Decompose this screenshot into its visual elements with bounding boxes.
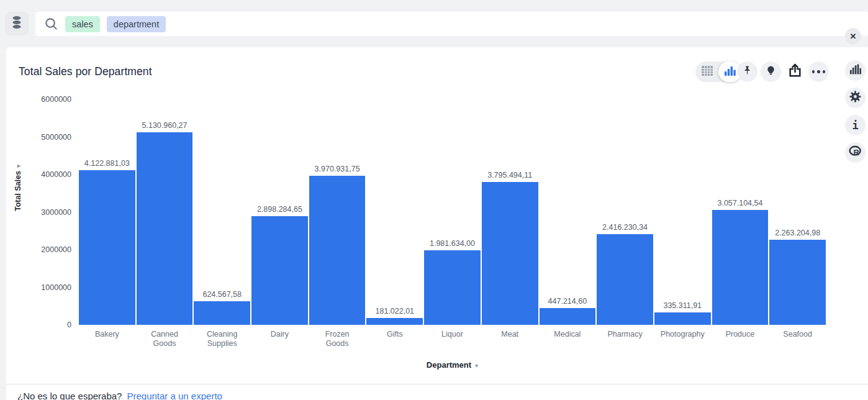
search-icon bbox=[44, 17, 58, 31]
search-bar[interactable]: sales department ✕ bbox=[35, 12, 868, 36]
bar-value-label: 2.416.230,34 bbox=[589, 223, 661, 232]
app-window: sales department ✕ Total Sales por Depar… bbox=[0, 0, 868, 400]
bar-value-label: 181.022,01 bbox=[358, 307, 431, 316]
bar-photography[interactable] bbox=[654, 312, 711, 325]
bar-medical[interactable] bbox=[540, 308, 596, 325]
x-axis-category-label: Frozen Goods bbox=[309, 330, 366, 348]
x-axis-category-label: Photography bbox=[654, 330, 712, 339]
bar-value-label: 5.130.960,27 bbox=[129, 121, 201, 130]
x-axis-dropdown-icon: ▾ bbox=[475, 362, 478, 369]
x-axis-category-label: Seafood bbox=[769, 330, 826, 339]
footer: ¿No es lo que esperaba?Preguntar a un ex… bbox=[17, 391, 222, 400]
footer-question: ¿No es lo que esperaba? bbox=[17, 391, 122, 400]
bar-value-label: 3.970.931,75 bbox=[301, 165, 374, 173]
bar-value-label: 335.311,91 bbox=[646, 301, 719, 310]
y-axis-tick-label: 3000000 bbox=[22, 207, 71, 217]
bar-cleaning-supplies[interactable] bbox=[194, 301, 250, 325]
y-axis-tick-label: 1000000 bbox=[22, 283, 71, 293]
bar-liquor[interactable] bbox=[424, 250, 481, 325]
y-axis-tick-label: 6000000 bbox=[22, 94, 71, 104]
table-view-button[interactable] bbox=[695, 61, 718, 82]
info-button[interactable]: i bbox=[845, 115, 866, 135]
svg-text:R: R bbox=[853, 148, 859, 157]
ask-expert-link[interactable]: Preguntar a un experto bbox=[127, 391, 222, 400]
footer-divider bbox=[6, 384, 868, 384]
bar-value-label: 1.981.634,00 bbox=[416, 239, 489, 248]
bar-bakery[interactable] bbox=[79, 170, 135, 325]
y-axis-tick-label: 5000000 bbox=[22, 132, 71, 142]
y-axis-tick-label: 0 bbox=[22, 320, 71, 330]
x-axis-category-label: Dairy bbox=[251, 330, 309, 339]
x-axis-category-label: Pharmacy bbox=[596, 330, 654, 339]
chart-title: Total Sales por Department bbox=[19, 65, 152, 78]
bar-pharmacy[interactable] bbox=[597, 234, 653, 325]
x-axis-category-label: Cleaning Supplies bbox=[193, 330, 251, 348]
bar-value-label: 4.122.881,03 bbox=[71, 159, 143, 168]
search-token-sales[interactable]: sales bbox=[65, 16, 100, 32]
search-token-department[interactable]: department bbox=[107, 16, 166, 32]
share-export-icon bbox=[787, 63, 803, 81]
insight-button[interactable] bbox=[761, 61, 781, 82]
bar-value-label: 447.214,60 bbox=[531, 297, 604, 306]
x-axis-category-label: Gifts bbox=[366, 330, 423, 339]
x-axis-title[interactable]: Department▾ bbox=[78, 360, 826, 370]
bar-gifts[interactable] bbox=[366, 318, 423, 325]
x-axis-category-label: Medical bbox=[539, 330, 597, 339]
y-axis-dropdown-icon: ▾ bbox=[15, 165, 22, 168]
chart-type-button[interactable] bbox=[845, 60, 866, 81]
top-bar: sales department ✕ bbox=[0, 0, 868, 48]
datasource-button[interactable] bbox=[5, 12, 29, 35]
r-analytics-button[interactable]: R bbox=[845, 142, 866, 163]
bar-value-label: 3.057.104,54 bbox=[704, 199, 777, 207]
y-axis-tick-label: 2000000 bbox=[22, 245, 71, 255]
settings-button[interactable] bbox=[845, 88, 866, 108]
pin-icon bbox=[741, 65, 753, 79]
clear-search-button[interactable]: ✕ bbox=[845, 28, 861, 44]
more-options-button[interactable] bbox=[808, 61, 829, 82]
bar-produce[interactable] bbox=[712, 210, 769, 325]
gear-icon bbox=[849, 90, 862, 106]
lightbulb-icon bbox=[765, 65, 777, 80]
column-chart-icon bbox=[850, 64, 861, 77]
bar-meat[interactable] bbox=[482, 182, 538, 325]
y-axis-title[interactable]: Total Sales▾ bbox=[14, 165, 22, 211]
info-icon: i bbox=[852, 119, 858, 132]
share-button[interactable] bbox=[784, 61, 805, 82]
x-axis-category-label: Produce bbox=[712, 330, 769, 339]
x-axis-category-label: Bakery bbox=[78, 330, 136, 339]
bar-chart-icon bbox=[725, 66, 736, 78]
bar-dairy[interactable] bbox=[251, 216, 308, 325]
bar-frozen-goods[interactable] bbox=[309, 176, 366, 325]
x-axis-category-label: Canned Goods bbox=[136, 330, 194, 348]
x-axis-category-label: Liquor bbox=[423, 330, 481, 339]
bar-value-label: 2.263.204,98 bbox=[761, 229, 834, 237]
bar-canned-goods[interactable] bbox=[137, 132, 193, 325]
table-icon bbox=[702, 66, 713, 78]
bar-value-label: 2.898.284,65 bbox=[243, 205, 316, 214]
ellipsis-icon bbox=[812, 70, 826, 73]
bar-value-label: 624.567,58 bbox=[186, 290, 258, 299]
bar-value-label: 3.795.494,11 bbox=[474, 171, 546, 180]
x-axis-category-label: Meat bbox=[481, 330, 539, 339]
y-axis-tick-label: 4000000 bbox=[22, 170, 71, 180]
bar-seafood[interactable] bbox=[769, 240, 826, 325]
view-toggle[interactable] bbox=[695, 61, 741, 82]
pin-button[interactable] bbox=[737, 61, 757, 82]
database-icon bbox=[11, 16, 23, 32]
r-logo-icon: R bbox=[849, 145, 862, 160]
